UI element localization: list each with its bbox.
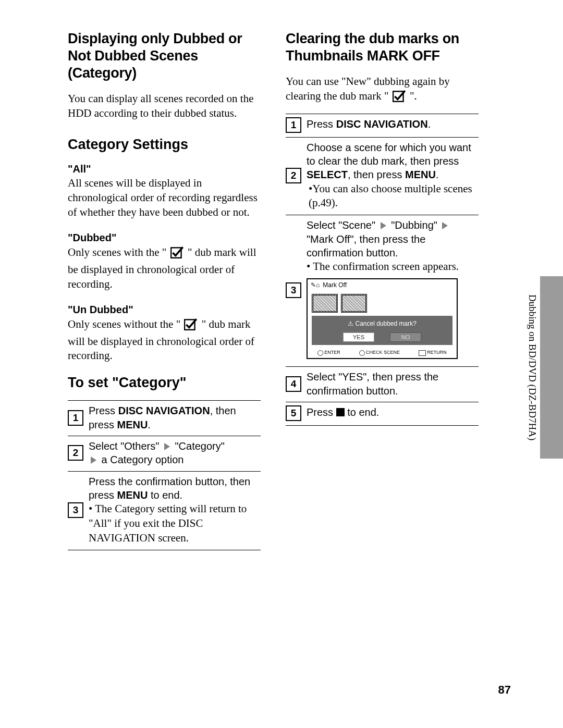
right-intro-b: ". [410,90,417,102]
thumbnail [312,294,338,313]
cat-undubbed-label: "Un Dubbed" [68,304,133,315]
step-number: 3 [286,282,301,298]
return-icon [419,350,426,356]
step-number: 3 [68,502,83,518]
cat-dubbed-pre: Only scenes with the " [68,246,169,258]
check-icon [359,350,365,356]
page-number: 87 [498,683,511,697]
confirmation-screen-mock: ✎⌂ Mark Off ⚠ Cancel dubbed mark? YES NO [307,278,458,359]
yes-button[interactable]: YES [343,332,374,342]
dialog-message: Cancel dubbed mark? [355,320,416,327]
dub-mark-icon [393,90,406,106]
step-number: 4 [286,376,301,392]
cat-all-label: "All" [68,163,91,175]
arrow-right-icon [164,443,170,450]
enter-icon [317,350,323,356]
camera-icon: ✎⌂ [311,281,320,290]
dub-mark-icon [170,246,184,263]
right-step-3: 3 Select "Scene" "Dubbing" "Mark Off", t… [286,215,479,367]
cat-all-body: All scenes will be displayed in chronolo… [68,177,258,218]
step-note: The Category setting will return to "All… [89,502,261,545]
side-chapter-label: Dubbing on BD/DVD (DZ-BD7HA) [527,294,538,440]
right-intro-a: You can use "New" dubbing again by clear… [286,75,450,102]
step-number: 5 [286,405,301,421]
left-intro: You can display all scenes recorded on t… [68,91,261,121]
arrow-right-icon [442,222,448,229]
step-note: The confirmation screen appears. [307,260,479,274]
screen-title: Mark Off [323,281,347,290]
step-number: 2 [68,445,83,461]
step-number: 1 [286,117,301,133]
cat-undubbed-pre: Only scenes without the " [68,318,183,330]
right-title: Clearing the dub marks on Thumbnails MAR… [286,30,479,65]
left-step-2: 2 Select "Others" "Category" a Category … [68,436,261,472]
dub-mark-icon [184,318,198,335]
right-step-2: 2 Choose a scene for which you want to c… [286,138,479,216]
left-title: Displaying only Dubbed or Not Dubbed Sce… [68,30,261,82]
left-step-1: 1 Press DISC NAVIGATION, then press MENU… [68,400,261,436]
right-step-4: 4 Select "YES", then press the confirmat… [286,367,479,402]
step-note: You can also choose multiple scenes (p.4… [309,182,472,209]
arrow-right-icon [91,456,96,464]
cat-dubbed-label: "Dubbed" [68,232,116,243]
right-step-5: 5 Press to end. [286,402,479,426]
stop-icon [336,408,345,416]
chapter-tab [540,276,563,459]
no-button[interactable]: NO [390,332,421,342]
heading-category-settings: Category Settings [68,137,261,153]
arrow-right-icon [381,222,386,229]
step-number: 2 [286,168,301,183]
heading-to-set-category: To set "Category" [68,375,261,391]
right-step-1: 1 Press DISC NAVIGATION. [286,114,479,138]
left-step-3: 3 Press the confirmation button, then pr… [68,472,261,550]
thumbnail [341,294,367,313]
step-number: 1 [68,410,83,426]
